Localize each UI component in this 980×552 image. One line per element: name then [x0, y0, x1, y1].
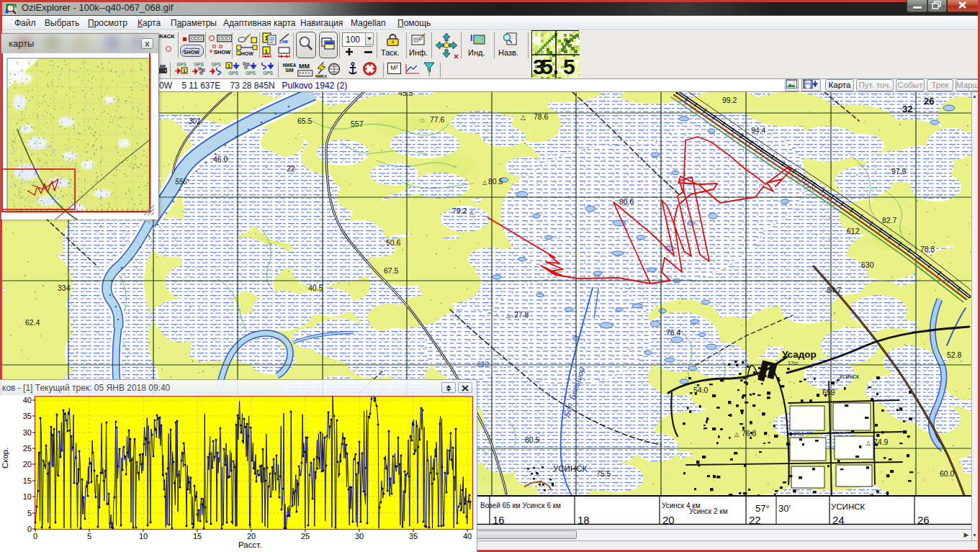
- svg-text:62.4: 62.4: [25, 318, 40, 327]
- svg-text:78.6: 78.6: [534, 112, 549, 121]
- svg-text:52.8: 52.8: [947, 350, 962, 359]
- svg-text:24: 24: [832, 514, 845, 526]
- svg-text:40: 40: [463, 532, 472, 540]
- svg-text:40.5: 40.5: [308, 284, 323, 292]
- svg-text:79.2: 79.2: [452, 207, 467, 215]
- svg-text:△: △: [506, 312, 511, 319]
- svg-text:50.6: 50.6: [386, 238, 401, 247]
- svg-text:30: 30: [355, 532, 364, 540]
- svg-text:△: △: [866, 440, 871, 446]
- svg-text:18: 18: [577, 514, 590, 526]
- svg-text:20: 20: [662, 514, 675, 526]
- svg-text:78.8: 78.8: [920, 245, 935, 253]
- svg-text:25: 25: [301, 532, 310, 540]
- svg-text:94.4: 94.4: [751, 126, 766, 135]
- svg-text:1: 1: [264, 48, 268, 55]
- svg-text:80.5: 80.5: [488, 177, 503, 186]
- svg-text:15: 15: [23, 476, 32, 485]
- svg-text:80.6: 80.6: [619, 197, 634, 206]
- svg-text:60.0: 60.0: [940, 469, 955, 478]
- svg-text:1: 1: [228, 63, 230, 68]
- svg-text:77.6: 77.6: [430, 115, 445, 124]
- svg-text:659: 659: [822, 388, 835, 397]
- svg-text:△: △: [734, 431, 740, 438]
- svg-text:УСИНСК: УСИНСК: [831, 502, 865, 511]
- svg-text:NMEA: NMEA: [315, 74, 327, 78]
- svg-text:△: △: [521, 114, 526, 121]
- svg-text:20: 20: [23, 460, 32, 469]
- svg-text:97.9: 97.9: [891, 167, 907, 176]
- svg-text:I: I: [470, 33, 472, 43]
- svg-text:0: 0: [27, 525, 32, 533]
- svg-text:84.7: 84.7: [827, 286, 842, 294]
- svg-text:Скор.: Скор.: [1, 448, 9, 469]
- svg-text:Усинск: Усинск: [839, 373, 859, 380]
- svg-text:630: 630: [861, 261, 874, 269]
- svg-text:17сс.: 17сс.: [788, 361, 800, 366]
- svg-text:16: 16: [493, 514, 505, 526]
- svg-text:612: 612: [847, 227, 860, 235]
- svg-text:△: △: [482, 179, 487, 186]
- svg-text:75.5: 75.5: [596, 469, 611, 478]
- svg-text:57°: 57°: [755, 503, 770, 514]
- svg-text:26: 26: [917, 514, 930, 526]
- svg-text:74.9: 74.9: [873, 438, 889, 446]
- svg-text:99.2: 99.2: [722, 96, 737, 104]
- svg-text:22: 22: [749, 514, 761, 526]
- svg-text:SHOW: SHOW: [184, 50, 199, 55]
- svg-text:Усадор: Усадор: [782, 349, 817, 360]
- svg-text:82.7: 82.7: [882, 216, 897, 225]
- svg-text:Усинск 2 км: Усинск 2 км: [689, 507, 728, 515]
- svg-text:610: 610: [477, 361, 489, 368]
- svg-text:80.5: 80.5: [525, 435, 540, 444]
- svg-text:20: 20: [247, 532, 256, 540]
- svg-text:334: 334: [58, 284, 71, 292]
- svg-text:557: 557: [351, 119, 364, 128]
- svg-text:22: 22: [287, 164, 295, 173]
- svg-text:УСИНСК: УСИНСК: [553, 464, 587, 473]
- svg-text:1: 1: [183, 68, 186, 73]
- svg-text:35: 35: [533, 55, 553, 78]
- svg-text:46.0: 46.0: [213, 155, 228, 163]
- svg-text:26: 26: [924, 96, 934, 107]
- svg-text:LINE: LINE: [279, 40, 289, 44]
- svg-text:5: 5: [27, 509, 32, 517]
- svg-text:27.8: 27.8: [514, 310, 529, 319]
- svg-text:35: 35: [409, 532, 418, 540]
- svg-text:25: 25: [23, 444, 32, 453]
- svg-text:△: △: [469, 209, 475, 215]
- svg-text:54.0: 54.0: [693, 386, 709, 394]
- svg-text:65.5: 65.5: [297, 117, 313, 125]
- svg-text:□: □: [421, 117, 424, 124]
- svg-text:0: 0: [33, 532, 37, 540]
- svg-text:5: 5: [563, 55, 575, 78]
- svg-text:67.5: 67.5: [384, 266, 399, 275]
- svg-text:30: 30: [23, 428, 32, 437]
- svg-text:556: 556: [175, 178, 187, 186]
- svg-text:10: 10: [23, 492, 32, 501]
- svg-text:30': 30': [778, 503, 791, 514]
- svg-text:76.8: 76.8: [742, 429, 757, 438]
- svg-text:32: 32: [902, 104, 912, 114]
- svg-text:5: 5: [87, 532, 91, 540]
- svg-text:15: 15: [193, 532, 202, 540]
- svg-text:45.5: 45.5: [398, 92, 413, 97]
- svg-text:Возей 65 км Усинск 6 км: Возей 65 км Усинск 6 км: [480, 502, 561, 510]
- svg-text:40: 40: [23, 396, 32, 404]
- svg-text:10: 10: [139, 532, 148, 540]
- svg-text:76.4: 76.4: [666, 328, 681, 337]
- svg-text:Расст.: Расст.: [238, 540, 261, 549]
- svg-text:35: 35: [23, 412, 32, 420]
- svg-text:301: 301: [189, 117, 201, 125]
